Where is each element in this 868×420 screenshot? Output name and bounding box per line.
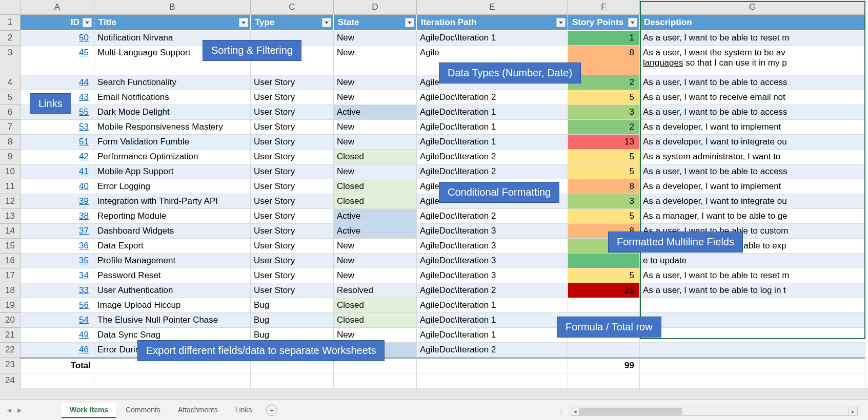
cell-description: As a user, I want to receive email not	[640, 90, 865, 105]
row-header-2[interactable]: 2	[0, 31, 21, 46]
tab-nav-next[interactable]: ▸	[14, 405, 25, 415]
cell-type: User Story	[251, 150, 334, 164]
table-header-id[interactable]: ID	[21, 15, 94, 31]
work-item-link[interactable]: 51	[79, 137, 89, 146]
hscroll-left[interactable]: ◂	[571, 407, 580, 416]
work-item-link[interactable]: 42	[79, 152, 89, 161]
cell-state: New	[334, 239, 417, 254]
sheet-tab-comments[interactable]: Comments	[117, 403, 169, 418]
cell-id: 49	[21, 328, 94, 343]
work-item-link[interactable]: 49	[79, 330, 89, 340]
row-header-3[interactable]: 3	[0, 46, 21, 75]
row-header-4[interactable]: 4	[0, 75, 21, 90]
table-header-state[interactable]: State	[334, 15, 417, 31]
row-header-8[interactable]: 8	[0, 135, 21, 150]
hscroll-track[interactable]	[580, 407, 849, 416]
cell-id: 35	[21, 254, 94, 268]
row-header-10[interactable]: 10	[0, 164, 21, 179]
work-item-link[interactable]: 53	[79, 122, 89, 132]
filter-button-type[interactable]	[322, 18, 331, 27]
sheet-tab-attachments[interactable]: Attachments	[170, 403, 226, 418]
cell-story-points: 1	[568, 31, 640, 46]
column-header-B[interactable]: B	[94, 0, 251, 15]
table-header-title[interactable]: Title	[94, 15, 251, 31]
row-header-19[interactable]: 19	[0, 298, 21, 313]
work-item-link[interactable]: 40	[79, 181, 89, 191]
empty-cell[interactable]	[94, 373, 251, 388]
row-header-1[interactable]: 1	[0, 15, 21, 31]
row-header-17[interactable]: 17	[0, 268, 21, 283]
sheet-tab-links[interactable]: Links	[227, 403, 260, 418]
select-all-corner[interactable]	[0, 0, 21, 15]
tab-splitter[interactable]: ⋮	[558, 408, 563, 416]
row-header-24[interactable]: 24	[0, 373, 21, 388]
column-header-F[interactable]: F	[568, 0, 640, 15]
filter-button-state[interactable]	[405, 18, 414, 27]
row-header-13[interactable]: 13	[0, 209, 21, 224]
work-item-link[interactable]: 56	[79, 300, 89, 310]
row-header-21[interactable]: 21	[0, 328, 21, 343]
work-item-link[interactable]: 35	[79, 256, 89, 265]
empty-cell[interactable]	[417, 373, 568, 388]
work-item-link[interactable]: 45	[79, 48, 89, 57]
column-header-A[interactable]: A	[21, 0, 94, 15]
row-header-12[interactable]: 12	[0, 194, 21, 209]
callout-data-types: Data Types (Number, Date)	[439, 62, 581, 83]
column-header-E[interactable]: E	[417, 0, 568, 15]
column-header-C[interactable]: C	[251, 0, 334, 15]
table-header-iter[interactable]: Iteration Path	[417, 15, 568, 31]
work-item-link[interactable]: 37	[79, 226, 89, 236]
work-item-link[interactable]: 50	[79, 33, 89, 43]
work-item-link[interactable]: 39	[79, 196, 89, 206]
row-header-22[interactable]: 22	[0, 343, 21, 358]
empty-cell[interactable]	[640, 373, 865, 388]
work-item-link[interactable]: 33	[79, 285, 89, 295]
row-header-7[interactable]: 7	[0, 120, 21, 135]
add-sheet-button[interactable]: +	[266, 405, 277, 416]
table-header-type[interactable]: Type	[251, 15, 334, 31]
cell-type: User Story	[251, 135, 334, 150]
work-item-link[interactable]: 41	[79, 166, 89, 176]
cell-iteration: AgileDoc\Iteration 2	[417, 283, 568, 298]
tab-nav-prev[interactable]: ◂	[4, 405, 14, 415]
cell-id: 53	[21, 120, 94, 135]
work-item-link[interactable]: 55	[79, 107, 89, 117]
cell-type: User Story	[251, 90, 334, 105]
row-header-5[interactable]: 5	[0, 90, 21, 105]
cell-type: User Story	[251, 283, 334, 298]
column-header-G[interactable]: G	[640, 0, 865, 15]
row-header-11[interactable]: 11	[0, 179, 21, 194]
row-header-6[interactable]: 6	[0, 105, 21, 120]
row-header-23[interactable]: 23	[0, 358, 21, 373]
row-header-15[interactable]: 15	[0, 239, 21, 254]
empty-cell[interactable]	[21, 373, 94, 388]
hscroll-right[interactable]: ▸	[849, 407, 858, 416]
empty-cell[interactable]	[251, 373, 334, 388]
row-header-20[interactable]: 20	[0, 313, 21, 328]
horizontal-scrollbar[interactable]: ◂ ▸	[571, 407, 858, 416]
work-item-link[interactable]: 43	[79, 92, 89, 102]
sheet-tab-work-items[interactable]: Work Items	[62, 403, 116, 418]
work-item-link[interactable]: 38	[79, 211, 89, 221]
row-header-9[interactable]: 9	[0, 150, 21, 164]
empty-cell[interactable]	[334, 373, 417, 388]
table-header-desc[interactable]: Description	[640, 15, 865, 31]
work-item-link[interactable]: 46	[79, 345, 89, 354]
filter-button-title[interactable]	[239, 18, 248, 27]
work-item-link[interactable]: 34	[79, 270, 89, 280]
row-header-18[interactable]: 18	[0, 283, 21, 298]
row-header-14[interactable]: 14	[0, 224, 21, 239]
filter-button-id[interactable]	[83, 18, 92, 27]
work-item-link[interactable]: 44	[79, 77, 89, 87]
work-item-link[interactable]: 54	[79, 315, 89, 325]
filter-button-sp[interactable]	[628, 18, 637, 27]
empty-cell[interactable]	[568, 373, 640, 388]
filter-button-iter[interactable]	[556, 18, 566, 27]
column-header-D[interactable]: D	[334, 0, 417, 15]
table-header-sp[interactable]: Story Points	[568, 15, 640, 31]
hscroll-thumb[interactable]	[580, 408, 682, 415]
cell-state: New	[334, 164, 417, 179]
work-item-link[interactable]: 36	[79, 241, 89, 250]
row-header-16[interactable]: 16	[0, 254, 21, 268]
cell-id: 37	[21, 224, 94, 239]
